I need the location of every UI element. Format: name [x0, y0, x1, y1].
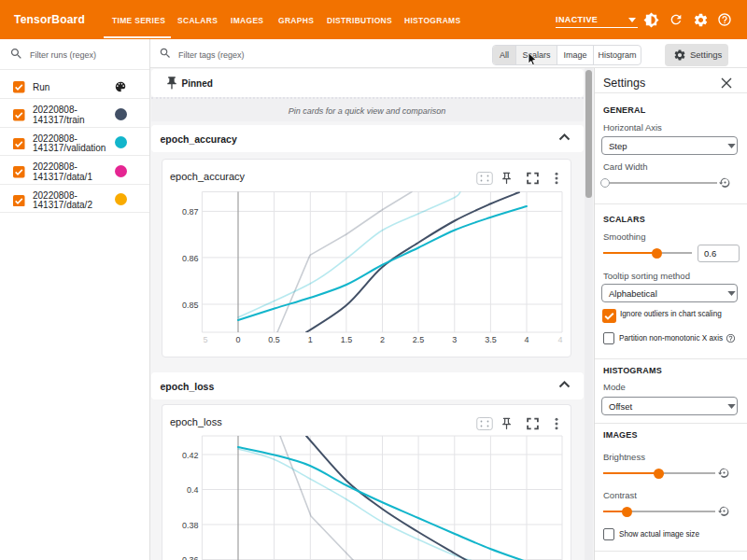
svg-text:0.36: 0.36 — [182, 555, 199, 560]
svg-text:0.86: 0.86 — [182, 254, 199, 263]
svg-text:4: 4 — [557, 335, 562, 344]
svg-text:2: 2 — [380, 335, 385, 344]
svg-text:0.87: 0.87 — [182, 207, 199, 217]
svg-text:0.5: 0.5 — [268, 335, 280, 344]
svg-text:4: 4 — [524, 335, 529, 344]
svg-text:0.85: 0.85 — [182, 301, 199, 310]
svg-text:0: 0 — [235, 335, 240, 344]
svg-text:1: 1 — [308, 335, 313, 344]
svg-text:0.42: 0.42 — [182, 451, 199, 460]
svg-text:2.5: 2.5 — [413, 335, 425, 344]
svg-text:0.4: 0.4 — [187, 485, 199, 495]
svg-text:0.38: 0.38 — [182, 521, 199, 530]
svg-text:5: 5 — [203, 335, 207, 344]
svg-text:3.5: 3.5 — [485, 335, 497, 344]
svg-text:1.5: 1.5 — [341, 335, 353, 344]
svg-text:3: 3 — [452, 335, 457, 344]
